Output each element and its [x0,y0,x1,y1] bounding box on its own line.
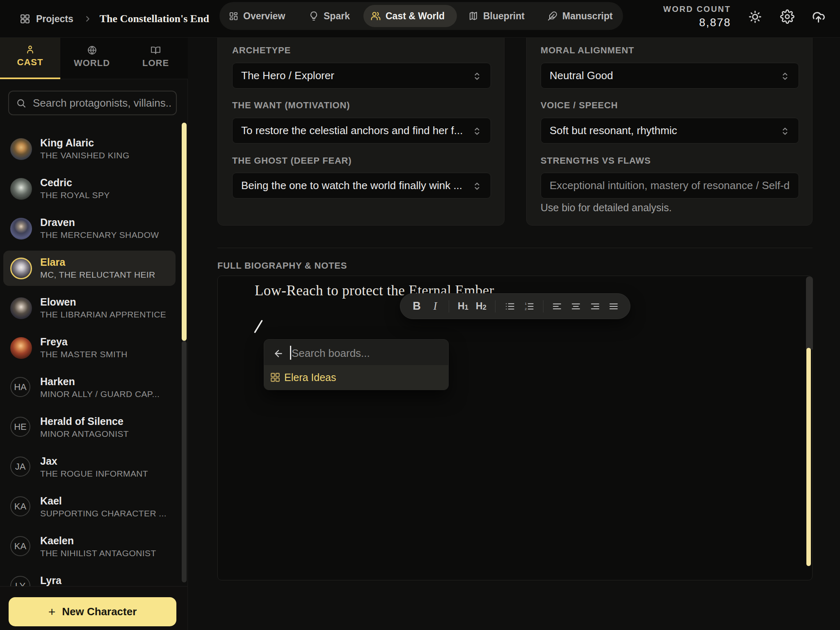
svg-text:2: 2 [525,307,527,310]
svg-text:1: 1 [525,301,527,305]
